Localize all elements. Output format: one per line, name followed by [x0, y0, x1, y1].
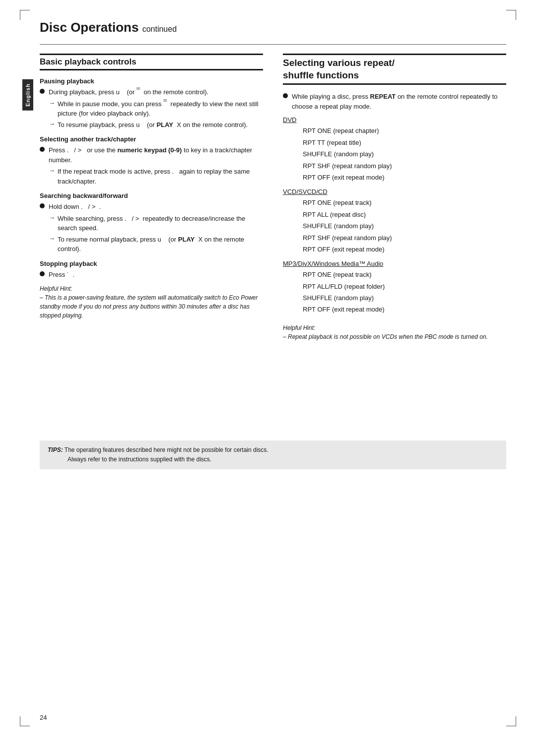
bullet-dot-stop: [40, 271, 45, 276]
dvd-item-4: RPT OFF (exit repeat mode): [303, 172, 506, 183]
page-wrapper: English Disc Operations continued Basic …: [0, 0, 536, 756]
right-heading-line2: shuffle functions: [283, 69, 506, 82]
arrow-item-pausing-1: → While in pause mode, you can press ¯ r…: [49, 99, 263, 119]
arrow-icon-2: →: [49, 120, 55, 127]
arrow-item-search-2: → To resume normal playback, press u (or…: [49, 235, 263, 254]
mp3-title: MP3/DivX/Windows Media™ Audio: [283, 260, 506, 267]
subsection-title-stop: Stopping playback: [40, 260, 263, 267]
dvd-item-3: RPT SHF (repeat random play): [303, 160, 506, 172]
vcd-item-2: SHUFFLE (random play): [303, 220, 506, 232]
bullet-dot: [40, 89, 45, 94]
vcd-item-1: RPT ALL (repeat disc): [303, 209, 506, 220]
arrow-text-track-1: If the repeat track mode is active, pres…: [58, 167, 263, 186]
helpful-hint-text-right: – Repeat playback is not possible on VCD…: [283, 332, 506, 341]
right-heading-line1: Selecting various repeat/: [283, 57, 506, 69]
bullet-dot-repeat: [283, 93, 288, 98]
sidebar-label: English: [22, 79, 33, 111]
arrow-text-pausing-1: While in pause mode, you can press ¯ rep…: [58, 99, 263, 119]
mp3-items: RPT ONE (repeat track) RPT ALL/FLD (repe…: [303, 269, 506, 315]
top-rule: [40, 44, 506, 45]
tips-box: TIPS: The operating features described h…: [40, 441, 506, 469]
bullet-item-repeat: While playing a disc, press REPEAT on th…: [283, 92, 506, 111]
tips-label: TIPS:: [48, 446, 63, 453]
helpful-hint-title-stop: Helpful Hint:: [40, 284, 263, 293]
media-section-vcd: VCD/SVCD/CD RPT ONE (repeat track) RPT A…: [283, 188, 506, 255]
corner-tl: [20, 10, 30, 20]
mp3-item-3: RPT OFF (exit repeat mode): [303, 304, 506, 315]
tips-line2: Always refer to the instructions supplie…: [67, 456, 211, 463]
vcd-title: VCD/SVCD/CD: [283, 188, 506, 195]
content-columns: Basic playback controls Pausing playback…: [40, 54, 506, 341]
subsection-title-search: Searching backward/forward: [40, 192, 263, 199]
vcd-item-3: RPT SHF (repeat random play): [303, 232, 506, 244]
arrow-icon-track-1: →: [49, 167, 55, 174]
arrow-text-search-1: While searching, press . / > repeatedly …: [58, 214, 263, 233]
page-title: Disc Operations continued: [40, 20, 506, 35]
right-column: Selecting various repeat/ shuffle functi…: [283, 54, 506, 341]
media-section-mp3: MP3/DivX/Windows Media™ Audio RPT ONE (r…: [283, 260, 506, 315]
left-section-heading: Basic playback controls: [40, 54, 263, 70]
vcd-item-0: RPT ONE (repeat track): [303, 197, 506, 208]
arrow-text-pausing-2: To resume playback, press u (or PLAY X o…: [58, 120, 263, 130]
subsection-search: Searching backward/forward Hold down . /…: [40, 192, 263, 254]
dvd-title: DVD: [283, 116, 506, 124]
helpful-hint-right: Helpful Hint: – Repeat playback is not p…: [283, 323, 506, 341]
title-text: Disc Operations: [40, 20, 138, 35]
bullet-item-search: Hold down . / > .: [40, 202, 263, 212]
bullet-dot-search: [40, 203, 45, 208]
bullet-text-pausing: During playback, press u (or ¯ on the re…: [49, 87, 263, 97]
left-column: Basic playback controls Pausing playback…: [40, 54, 263, 320]
continued-text: continued: [142, 25, 177, 33]
bullet-item-track: Press . / > or use the numeric keypad (0…: [40, 145, 263, 165]
helpful-hint-stop: Helpful Hint: – This is a power-saving f…: [40, 284, 263, 320]
corner-br: [506, 716, 516, 726]
mp3-item-1: RPT ALL/FLD (repeat folder): [303, 281, 506, 292]
arrow-item-track-1: → If the repeat track mode is active, pr…: [49, 167, 263, 186]
bullet-item-pausing: During playback, press u (or ¯ on the re…: [40, 87, 263, 97]
mp3-item-0: RPT ONE (repeat track): [303, 269, 506, 280]
dvd-item-2: SHUFFLE (random play): [303, 148, 506, 160]
bullet-text-search: Hold down . / > .: [49, 202, 263, 212]
subsection-pausing: Pausing playback During playback, press …: [40, 77, 263, 129]
arrow-icon-1: →: [49, 99, 55, 107]
helpful-hint-text-stop: – This is a power-saving feature, the sy…: [40, 293, 263, 320]
corner-bl: [20, 716, 30, 726]
arrow-icon-search-2: →: [49, 235, 55, 242]
subsection-title-pausing: Pausing playback: [40, 77, 263, 85]
subsection-stop: Stopping playback Press ˙ . Helpful Hint…: [40, 260, 263, 320]
arrow-icon-search-1: →: [49, 214, 55, 221]
dvd-items: RPT ONE (repeat chapter) RPT TT (repeat …: [303, 125, 506, 183]
dvd-item-0: RPT ONE (repeat chapter): [303, 125, 506, 136]
bullet-text-repeat: While playing a disc, press REPEAT on th…: [292, 92, 506, 111]
right-section-heading: Selecting various repeat/ shuffle functi…: [283, 54, 506, 85]
bullet-text-stop: Press ˙ .: [49, 270, 263, 280]
corner-tr: [506, 10, 516, 20]
mp3-item-2: SHUFFLE (random play): [303, 292, 506, 304]
bullet-dot-track: [40, 147, 45, 152]
bullet-item-stop: Press ˙ .: [40, 270, 263, 280]
dvd-item-1: RPT TT (repeat title): [303, 137, 506, 148]
arrow-item-pausing-2: → To resume playback, press u (or PLAY X…: [49, 120, 263, 130]
vcd-item-4: RPT OFF (exit repeat mode): [303, 244, 506, 255]
bullet-text-track: Press . / > or use the numeric keypad (0…: [49, 145, 263, 165]
arrow-text-search-2: To resume normal playback, press u (or P…: [58, 235, 263, 254]
arrow-item-search-1: → While searching, press . / > repeatedl…: [49, 214, 263, 233]
vcd-items: RPT ONE (repeat track) RPT ALL (repeat d…: [303, 197, 506, 255]
media-section-dvd: DVD RPT ONE (repeat chapter) RPT TT (rep…: [283, 116, 506, 183]
helpful-hint-title-right: Helpful Hint:: [283, 323, 506, 332]
subsection-title-track: Selecting another track/chapter: [40, 135, 263, 143]
subsection-track: Selecting another track/chapter Press . …: [40, 135, 263, 186]
page-number: 24: [40, 714, 47, 721]
